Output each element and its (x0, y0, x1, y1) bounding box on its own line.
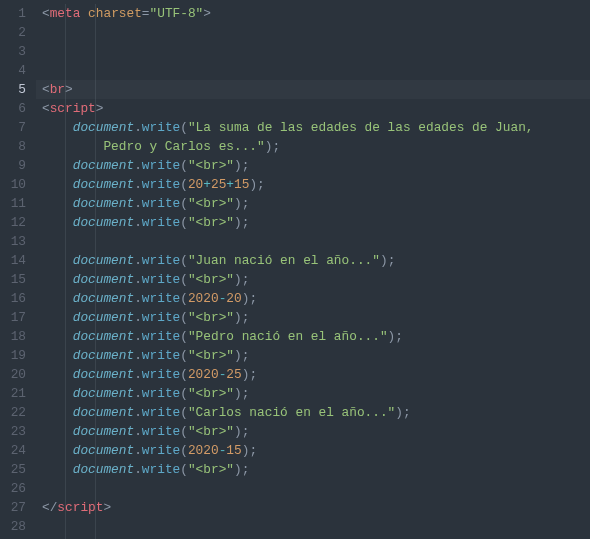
line-number: 11 (0, 194, 26, 213)
line-number: 23 (0, 422, 26, 441)
line-number: 6 (0, 99, 26, 118)
code-area[interactable]: <meta charset="UTF-8"> <br> <script> doc… (36, 4, 590, 539)
line-number: 5 (0, 80, 26, 99)
line-number: 14 (0, 251, 26, 270)
code-editor[interactable]: 1 2 3 4 5 6 7 8 9 10 11 12 13 14 15 16 1… (0, 0, 590, 539)
code-line[interactable]: document.write(20+25+15); (42, 175, 590, 194)
code-line[interactable]: <br> (42, 80, 590, 99)
line-number: 10 (0, 175, 26, 194)
line-number: 18 (0, 327, 26, 346)
line-number: 4 (0, 61, 26, 80)
line-number: 16 (0, 289, 26, 308)
line-number: 9 (0, 156, 26, 175)
code-line[interactable]: document.write("Juan nació en el año..."… (42, 251, 590, 270)
code-line[interactable]: </script> (42, 498, 590, 517)
line-number: 13 (0, 232, 26, 251)
code-line[interactable]: document.write("Carlos nació en el año..… (42, 403, 590, 422)
line-number: 3 (0, 42, 26, 61)
code-line[interactable]: document.write("<br>"); (42, 384, 590, 403)
line-number: 2 (0, 23, 26, 42)
line-number: 26 (0, 479, 26, 498)
line-number: 15 (0, 270, 26, 289)
code-line[interactable]: Pedro y Carlos es..."); (42, 137, 590, 156)
code-line[interactable]: document.write("<br>"); (42, 308, 590, 327)
line-number: 27 (0, 498, 26, 517)
code-line[interactable]: document.write("<br>"); (42, 194, 590, 213)
line-number: 8 (0, 137, 26, 156)
code-line[interactable]: document.write(2020-25); (42, 365, 590, 384)
code-line[interactable]: document.write("<br>"); (42, 460, 590, 479)
code-line[interactable]: document.write("<br>"); (42, 213, 590, 232)
code-line[interactable] (42, 517, 590, 536)
line-number: 1 (0, 4, 26, 23)
code-line[interactable]: document.write("<br>"); (42, 156, 590, 175)
code-line[interactable] (42, 232, 590, 251)
code-line[interactable] (42, 479, 590, 498)
code-line[interactable]: document.write(2020-15); (42, 441, 590, 460)
code-line[interactable] (42, 42, 590, 61)
code-line[interactable]: document.write("<br>"); (42, 270, 590, 289)
code-line[interactable]: document.write("<br>"); (42, 346, 590, 365)
line-number: 17 (0, 308, 26, 327)
code-line[interactable] (42, 61, 590, 80)
line-number: 24 (0, 441, 26, 460)
code-line[interactable]: document.write(2020-20); (42, 289, 590, 308)
code-line[interactable]: document.write("La suma de las edades de… (42, 118, 590, 137)
code-line[interactable]: <script> (42, 99, 590, 118)
line-number: 12 (0, 213, 26, 232)
code-line[interactable]: document.write("<br>"); (42, 422, 590, 441)
line-number: 28 (0, 517, 26, 536)
line-number: 25 (0, 460, 26, 479)
line-number: 19 (0, 346, 26, 365)
line-number-gutter: 1 2 3 4 5 6 7 8 9 10 11 12 13 14 15 16 1… (0, 4, 36, 539)
line-number: 21 (0, 384, 26, 403)
line-number: 20 (0, 365, 26, 384)
code-line[interactable] (42, 23, 590, 42)
code-line[interactable]: <meta charset="UTF-8"> (42, 4, 590, 23)
line-number: 7 (0, 118, 26, 137)
code-line[interactable]: document.write("Pedro nació en el año...… (42, 327, 590, 346)
line-number: 22 (0, 403, 26, 422)
